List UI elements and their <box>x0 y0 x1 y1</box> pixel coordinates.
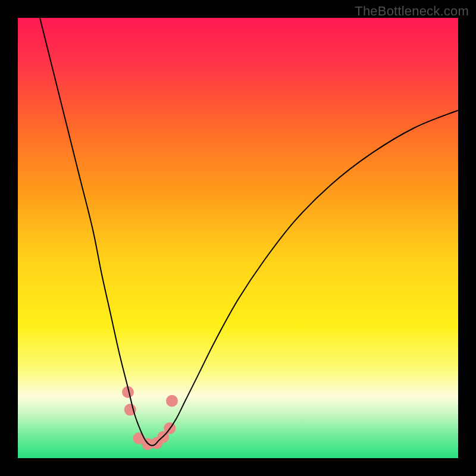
watermark-text: TheBottleneck.com <box>355 4 469 19</box>
bottleneck-chart <box>18 18 458 458</box>
gradient-background <box>18 18 458 458</box>
plot-area <box>18 18 458 458</box>
marker-dot <box>166 395 178 407</box>
chart-frame: TheBottleneck.com <box>0 0 476 476</box>
